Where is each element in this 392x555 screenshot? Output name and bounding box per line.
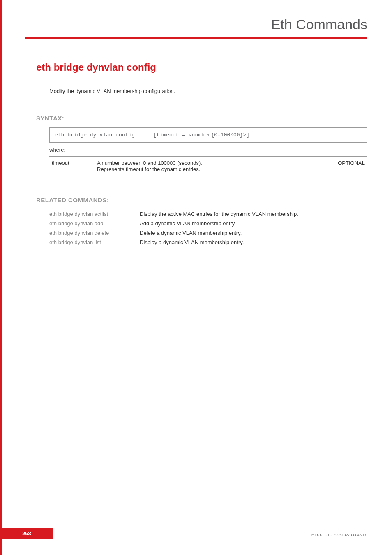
- related-cmd-desc: Display a dynamic VLAN membership entry.: [140, 238, 298, 247]
- main-content: eth bridge dynvlan config Modify the dyn…: [36, 62, 367, 247]
- parameter-table: timeout A number between 0 and 100000 (s…: [49, 156, 367, 176]
- left-red-bar: [0, 0, 2, 555]
- page-footer: 268 E-DOC-CTC-20061027-0004 v1.0: [0, 528, 367, 539]
- param-name: timeout: [49, 157, 95, 176]
- syntax-box: eth bridge dynvlan config [timeout = <nu…: [49, 127, 367, 143]
- command-description: Modify the dynamic VLAN membership confi…: [49, 88, 367, 94]
- syntax-section-title: SYNTAX:: [36, 115, 367, 122]
- table-row: eth bridge dynvlan list Display a dynami…: [49, 238, 298, 247]
- header-title: Eth Commands: [271, 16, 367, 32]
- related-cmd-desc: Delete a dynamic VLAN membership entry.: [140, 228, 298, 238]
- related-commands-block: RELATED COMMANDS: eth bridge dynvlan act…: [36, 197, 367, 247]
- page-header: Eth Commands: [25, 16, 367, 39]
- related-cmd-desc: Add a dynamic VLAN membership entry.: [140, 219, 298, 228]
- syntax-command: eth bridge dynvlan config: [55, 132, 153, 138]
- param-desc-line1: A number between 0 and 100000 (seconds).: [97, 160, 202, 166]
- table-row: eth bridge dynvlan add Add a dynamic VLA…: [49, 219, 298, 228]
- table-row: timeout A number between 0 and 100000 (s…: [49, 157, 367, 176]
- page-number: 268: [0, 528, 53, 539]
- command-title: eth bridge dynvlan config: [36, 62, 367, 73]
- param-desc-line2: Represents timeout for the dynamic entri…: [97, 166, 200, 172]
- where-label: where:: [49, 147, 367, 153]
- related-section-title: RELATED COMMANDS:: [36, 197, 367, 204]
- param-optional: OPTIONAL: [326, 157, 367, 176]
- related-cmd-name: eth bridge dynvlan actlist: [49, 209, 140, 219]
- param-description: A number between 0 and 100000 (seconds).…: [95, 157, 326, 176]
- related-cmd-name: eth bridge dynvlan add: [49, 219, 140, 228]
- related-cmd-name: eth bridge dynvlan delete: [49, 228, 140, 238]
- document-code: E-DOC-CTC-20061027-0004 v1.0: [311, 533, 367, 537]
- table-row: eth bridge dynvlan actlist Display the a…: [49, 209, 298, 219]
- syntax-arguments: [timeout = <number{0-100000}>]: [153, 132, 249, 138]
- related-commands-table: eth bridge dynvlan actlist Display the a…: [49, 209, 298, 247]
- related-cmd-name: eth bridge dynvlan list: [49, 238, 140, 247]
- table-row: eth bridge dynvlan delete Delete a dynam…: [49, 228, 298, 238]
- related-cmd-desc: Display the active MAC entries for the d…: [140, 209, 298, 219]
